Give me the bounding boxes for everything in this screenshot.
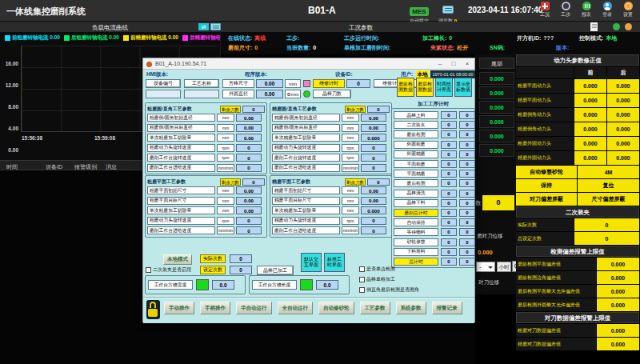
action-button[interactable]: 自动修整砂轮 [516, 166, 577, 178]
detect-value[interactable]: 0.000 [597, 285, 639, 298]
lock-icon[interactable] [146, 300, 160, 319]
parameter-value[interactable]: 0 [236, 144, 262, 152]
detect-value[interactable]: 0.000 [597, 271, 639, 284]
parameter-value[interactable]: 0.00 [361, 124, 386, 132]
topbar-icon-settings[interactable]: 设置 [621, 2, 635, 18]
crystal-processed-button[interactable]: 晶棒已加工 [257, 266, 294, 275]
close-button[interactable]: × [463, 59, 471, 69]
dialog-action-button[interactable]: 报警记录 [432, 302, 462, 314]
dialog-action-button[interactable]: 全自动运行 [278, 302, 314, 314]
parameter-value[interactable]: 0.00 [361, 197, 386, 205]
parameter-value[interactable]: 0 [361, 164, 386, 172]
corner-button[interactable]: 显示坐标数值 [454, 78, 472, 97]
topbar-icon-condition[interactable]: 工况 [538, 2, 552, 18]
blank-field-2[interactable] [184, 90, 219, 98]
mes-badge[interactable]: MES [410, 7, 428, 16]
slot-length-button[interactable]: 工作台方槽长度 [252, 280, 297, 290]
maximize-button[interactable]: □ [450, 59, 458, 69]
topbar-icon-step[interactable]: 工步 [558, 2, 573, 18]
dialog-action-button[interactable]: 手动操作 [164, 302, 194, 314]
detect-value[interactable]: 0.000 [597, 258, 639, 270]
topbar-icon-report[interactable]: 报表 [579, 2, 594, 18]
unit-dropdown[interactable]: - [476, 262, 495, 272]
parameter-value[interactable]: 0.00 [236, 206, 262, 214]
corner-button[interactable]: 磨后检测数据 [416, 78, 434, 97]
power-head-back-value[interactable]: 0.000 [607, 137, 639, 150]
power-head-back-value[interactable]: 0.000 [607, 151, 639, 165]
slot-width-value[interactable]: 0.0 [212, 280, 234, 290]
dialog-action-button[interactable]: 半自动运行 [236, 302, 272, 314]
parameter-value[interactable]: 0.00 [236, 186, 262, 194]
power-head-back-value[interactable]: 0.000 [607, 122, 639, 136]
chat-icon[interactable] [210, 23, 221, 30]
tool-value[interactable]: 0.000 [597, 338, 639, 350]
option-checkbox[interactable]: 晶棒单根加工 [359, 276, 395, 283]
crystal-button[interactable]: 晶棒刀数 [313, 90, 351, 98]
option-checkbox[interactable]: 是否单边检测 [359, 266, 395, 273]
power-head-front-value[interactable]: 0.000 [574, 108, 606, 122]
hour-button[interactable]: 小时 [497, 262, 511, 272]
parameter-value[interactable]: 0.00 [236, 134, 262, 142]
tool-value[interactable]: 0.000 [597, 324, 639, 337]
action-button[interactable]: 尺寸偏差屏蔽 [578, 193, 639, 206]
secondary-clamp-checkbox[interactable]: 二次装夹是否启用 [146, 266, 191, 274]
dialog-action-button[interactable]: 系统参数 [396, 302, 426, 314]
orange-indicator-icon[interactable] [625, 23, 632, 30]
message-icon[interactable] [442, 6, 454, 14]
action-button[interactable]: 4M [578, 166, 639, 178]
power-head-front-value[interactable]: 0.000 [574, 122, 606, 136]
parameter-value[interactable]: 0 [361, 154, 386, 162]
corner-button[interactable]: 磨前检测数据 [397, 78, 414, 97]
device-number-button[interactable]: 设备编号 [146, 79, 181, 88]
dialog-action-button[interactable]: 工艺参数 [360, 302, 390, 314]
action-button[interactable]: 对刀偏差屏蔽 [516, 193, 577, 206]
dialog-action-button[interactable]: 手柄操作 [200, 302, 230, 314]
power-head-front-value[interactable]: 0.000 [574, 79, 606, 93]
action-button[interactable]: 保持 [516, 179, 577, 192]
slot-length-value[interactable]: 0.0 [316, 280, 338, 290]
parameter-value[interactable]: 0.00 [236, 114, 262, 122]
diameter-value[interactable]: 0.00 [256, 90, 283, 98]
parameter-value[interactable]: 0.000 [361, 206, 386, 214]
process-name-button[interactable]: 工艺名称 [184, 79, 219, 88]
default-ui-button[interactable]: 默认交互界面 [301, 253, 322, 272]
action-button[interactable]: 复位 [578, 179, 639, 192]
minimize-button[interactable]: – [436, 59, 444, 69]
corner-button[interactable]: 时间统计界面 [435, 78, 453, 97]
dialog-action-button[interactable]: 自动修砂轮 [318, 302, 354, 314]
parameter-value[interactable]: 0 [361, 217, 386, 225]
parameter-value[interactable]: 0 [236, 164, 262, 172]
slot-width-button[interactable]: 工作台方槽宽度 [148, 280, 193, 290]
clamp-value[interactable]: 0 [574, 232, 639, 245]
green-indicator-icon[interactable] [613, 23, 620, 30]
power-head-front-value[interactable]: 0.000 [574, 94, 606, 107]
parameter-value[interactable]: 0 [361, 226, 386, 234]
dialog-titlebar[interactable]: B01_A-10.190.54.71 – □ × [143, 58, 474, 70]
power-head-back-value[interactable]: 0.000 [607, 108, 639, 122]
parameter-value[interactable]: 0.000 [361, 134, 386, 142]
clamp-value[interactable]: 0 [574, 218, 639, 231]
standard-time-ui-button[interactable]: 标准工时界面 [324, 253, 345, 272]
power-head-back-value[interactable]: 0.000 [607, 79, 639, 93]
parameter-value[interactable]: 0.00 [236, 124, 262, 132]
parameter-value[interactable]: 0 [236, 154, 262, 162]
parameter-value[interactable]: 0.00 [236, 197, 262, 205]
blank-field-1[interactable] [146, 90, 181, 98]
document-icon[interactable] [590, 22, 598, 31]
topbar-icon-person[interactable]: 登录 [600, 2, 614, 18]
swap-icon[interactable] [198, 23, 209, 30]
parameter-value[interactable]: 0 [236, 226, 262, 234]
power-head-front-value[interactable]: 0.000 [574, 137, 606, 150]
option-checkbox[interactable]: 倒直角磨后检测是否测角 [359, 286, 419, 294]
power-head-front-value[interactable]: 0.000 [574, 151, 606, 165]
parameter-value[interactable]: 0 [361, 144, 386, 152]
count-value-cell[interactable]: 0 [482, 195, 514, 210]
parameter-value[interactable]: 0.00 [361, 114, 386, 122]
power-head-back-value[interactable]: 0.000 [607, 94, 639, 107]
set-count-value[interactable]: 0 [230, 266, 252, 274]
bar-size-value[interactable]: 0.00 [256, 79, 283, 88]
parameter-value[interactable]: 0 [236, 217, 262, 225]
detect-value[interactable]: 0.000 [597, 298, 639, 311]
parameter-value[interactable]: 0.00 [361, 186, 386, 194]
local-mode-button[interactable]: 本地模式 [163, 254, 192, 265]
